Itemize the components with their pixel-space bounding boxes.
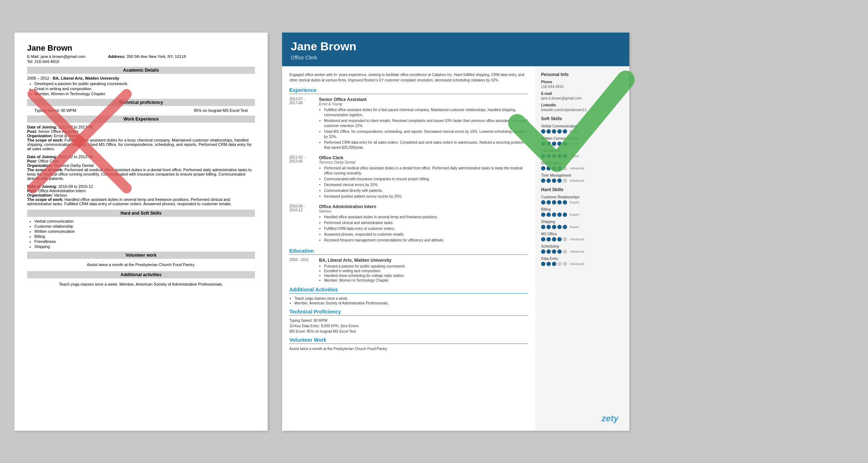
dot [552,225,556,229]
dot [552,249,556,254]
tech-row: Typing Speed: 90 WPM 95% on Isograd MS E… [27,108,255,113]
exp-dates-3: 2010-09 - 2010-12 [289,204,315,244]
edu-b2: Excelled in writing and composition. [324,269,528,273]
activities-header: Additional activities [27,271,255,278]
personal-info-title: Personal Info [541,72,624,77]
dot [546,142,551,146]
wscope-label-3: The scope of work: [27,197,63,202]
soft-skill-5: Time Management Advanced [541,173,624,183]
hard-skill-level-4: Advanced [570,237,584,241]
dot [557,166,562,171]
exp-bullets-1: Fulfilled office assistant duties for a … [319,108,528,150]
exp-3-b4: Answered phones, responded to customer e… [324,232,528,237]
skill-1: Verbal communication [34,219,255,223]
right-resume: Jane Brown Office Clerk Engaged office w… [282,33,629,431]
address-label: Address: [108,54,125,59]
soft-skill-4: Organization Advanced [541,161,624,171]
dot [541,212,545,217]
soft-skill-bar-1: Expert [541,129,624,134]
dot [541,142,545,146]
dot [546,262,551,266]
wpost-3: Office Administration Intern [38,189,86,193]
dot [541,129,545,134]
dot [557,142,562,146]
dot [563,129,567,134]
skill-4: Billing [34,234,255,239]
hard-skill-2: Billing Expert [541,207,624,217]
technical-section-title: Technical Proficiency [289,309,528,316]
edu-bullet-2: Great in writing and composition. [34,87,255,91]
tech-item-1: Typing Speed: 90 WPM [289,319,528,323]
dot [541,262,545,266]
volunteer-text-right: Assist twice a month at the Presbyterian… [289,347,528,351]
exp-2-b5: Increased positive patient survey scores… [324,194,528,199]
edu-degree: BA, Liberal Arts, Walden University [53,76,119,80]
dot-empty [557,262,562,266]
wpost-label-3: Post: [27,189,37,193]
exp-1-b1: Fulfilled office assistant duties for a … [324,108,528,118]
edu-bullet-3: Member, Women in Technology Chapter. [34,92,255,96]
volunteer-section-title: Volunteer Work [289,337,528,344]
hard-skill-name-5: Scheduling [541,244,624,248]
typing-speed: Typing Speed: 90 WPM [34,108,76,113]
exp-dates-2: 2011-02 - 2012-06 [289,155,315,200]
hard-skill-name-4: MS Office [541,232,624,236]
wpost-label-2: Post: [27,159,37,163]
additional-section-title: Additional Activities [289,287,528,294]
email-label-right: E-mail [541,92,624,96]
soft-skill-2: Written Communication Expert [541,136,624,146]
linkedin-label: LinkedIn [541,103,624,107]
exp-1-b2: Monitored and responded to client emails… [324,118,528,129]
edu-dates-1: 2009 - 2012 [289,258,315,283]
phone-value: 216-544-4910 [541,85,624,89]
hard-skill-level-5: Advanced [570,250,584,253]
dot [546,200,551,205]
dot-empty [563,178,567,183]
left-resume: Jane Brown E-Mail: jane.k.brown@gmail.co… [14,33,268,431]
exp-org-1: Ernst & Young [319,102,528,106]
right-body: Engaged office worker with 6+ years expe… [282,66,629,431]
hard-skill-name-2: Billing [541,207,624,211]
summary-text: Engaged office worker with 6+ years expe… [289,72,528,83]
volunteer-text: Assist twice a month at the Presbyterian… [27,261,255,268]
dot [546,237,551,241]
exp-3-b2: Performed clinical and administrative ta… [324,220,528,226]
exp-bullets-3: Handled office assistant duties in sever… [319,215,528,243]
soft-skills-title: Soft Skills [541,116,624,121]
dot [563,200,567,205]
skills-list: Verbal communication Customer relationsh… [34,219,255,249]
hard-skill-bar-5: Advanced [541,249,624,254]
skill-2: Customer relationship [34,224,255,228]
right-title: Office Clerk [291,55,621,60]
dot [541,178,545,183]
dot-empty [563,166,567,171]
dot [541,200,545,205]
edu-dates: 2009 – 2012 [27,76,49,80]
wdate-2: 2011-02 to 2012-06 [58,155,93,159]
dot [552,237,556,241]
dot [552,200,556,205]
activities-text: Teach yoga classes once a week. Member, … [27,281,255,288]
worg-3: Various [54,193,67,197]
exp-dates-1: 2012-07 - 2017-08 [289,97,315,151]
dot [557,237,562,241]
email-label: E-Mail: [27,54,39,59]
education-section-title: Education [289,248,528,255]
soft-skill-name-5: Time Management [541,173,624,177]
hard-skills-title: Hard Skills [541,187,624,192]
hard-skill-name-3: Shipping [541,220,624,224]
soft-skill-name-1: Verbal Communication [541,124,624,128]
wdate-label-3: Date of Joining: [27,184,57,189]
wpost-label-1: Post: [27,129,37,134]
dot [541,249,545,254]
exp-org-2: Terrence Darby Dental [319,160,528,164]
exp-1-b3: Used MS Office, for correspondence, sche… [324,129,528,139]
excel-score: 95% on Isograd MS Excel Test [193,108,248,113]
dot [541,166,545,171]
soft-skill-level-3: Expert [570,154,579,158]
email-value: jane.k.brown@gmail.com [41,54,85,59]
dot-empty [563,262,567,266]
dot [557,178,562,183]
soft-skill-name-2: Written Communication [541,136,624,140]
dot [563,212,567,217]
